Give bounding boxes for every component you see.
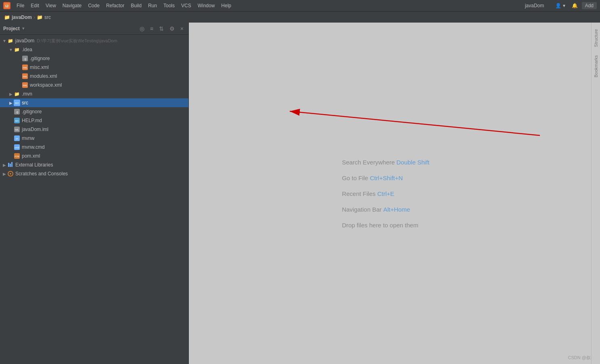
tree-item-idea-name: .idea bbox=[22, 47, 32, 52]
app-icon: IJ bbox=[3, 2, 10, 9]
arrow-extlib: ▶ bbox=[2, 163, 7, 167]
pom-icon: POM bbox=[14, 153, 20, 159]
svg-text:IML: IML bbox=[15, 129, 19, 131]
hint-label-2: Recent Files bbox=[342, 190, 375, 197]
tree-item-pomxml[interactable]: POM pom.xml bbox=[0, 152, 188, 160]
hint-search: Search Everywhere Double Shift bbox=[342, 158, 429, 165]
svg-text:POM: POM bbox=[15, 155, 19, 158]
breadcrumb-separator: › bbox=[33, 15, 35, 20]
tree-item-scratch[interactable]: ▶ Scratches and Consoles bbox=[0, 169, 188, 178]
svg-text:XML: XML bbox=[23, 67, 28, 69]
svg-text:.g: .g bbox=[24, 57, 26, 60]
panel-locate-btn[interactable]: ◎ bbox=[138, 25, 146, 33]
menu-tools[interactable]: Tools bbox=[161, 2, 178, 10]
tree-item-javadom[interactable]: ▼ 📁 javaDom D:\学习案例\vue实验\fileTesting\ja… bbox=[0, 36, 188, 45]
tree-item-modules[interactable]: XML modules.xml bbox=[0, 72, 188, 81]
hint-label-0: Search Everywhere bbox=[342, 158, 395, 165]
svg-text:.g: .g bbox=[16, 110, 18, 114]
hint-shortcut-0: Double Shift bbox=[397, 158, 430, 165]
arrow-idea: ▼ bbox=[8, 48, 14, 52]
tree-item-modules-name: modules.xml bbox=[30, 73, 57, 79]
cmd-icon: cmd bbox=[14, 144, 20, 150]
breadcrumb-src[interactable]: src bbox=[44, 15, 51, 20]
tree-item-mvn[interactable]: ▶ 📁 .mvn bbox=[0, 89, 188, 98]
panel-close-btn[interactable]: × bbox=[179, 25, 185, 33]
svg-rect-24 bbox=[8, 163, 9, 167]
tree-item-gitignore2-name: .gitignore bbox=[22, 109, 42, 114]
scratch-icon bbox=[7, 171, 14, 177]
tree-item-extlib-name: External Libraries bbox=[15, 162, 53, 168]
breadcrumb-bar: 📁 javaDom › 📁 src bbox=[0, 11, 600, 23]
hint-shortcut-1: Ctrl+Shift+N bbox=[370, 174, 403, 181]
update-btn[interactable]: 🔔 bbox=[569, 2, 580, 9]
file-tree[interactable]: ▼ 📁 javaDom D:\学习案例\vue实验\fileTesting\ja… bbox=[0, 35, 188, 364]
hint-label-4: Drop files here to open them bbox=[342, 221, 418, 228]
menu-refactor[interactable]: Refactor bbox=[103, 2, 127, 10]
panel-dropdown-arrow[interactable]: ▾ bbox=[22, 26, 25, 31]
gitignore-icon-2: .g bbox=[14, 108, 20, 115]
hint-shortcut-3: Alt+Home bbox=[383, 206, 410, 212]
tree-item-iml[interactable]: IML javaDom.iml bbox=[0, 125, 188, 134]
add-btn[interactable]: Add bbox=[582, 2, 597, 9]
menu-run[interactable]: Run bbox=[145, 2, 160, 10]
tree-item-gitignore1[interactable]: .g .gitignore bbox=[0, 54, 188, 63]
folder-icon-mvn: 📁 bbox=[14, 91, 20, 97]
tree-item-mvnwcmd[interactable]: cmd mvnw.cmd bbox=[0, 143, 188, 152]
side-tabs-right: Structure Bookmarks bbox=[591, 23, 600, 364]
tree-item-workspace[interactable]: XML workspace.xml bbox=[0, 81, 188, 89]
menu-edit[interactable]: Edit bbox=[28, 2, 42, 10]
panel-expand-btn[interactable]: ⇅ bbox=[157, 25, 165, 33]
arrow-scratch: ▶ bbox=[2, 172, 7, 176]
menu-navigate[interactable]: Navigate bbox=[60, 2, 84, 10]
tree-item-helpmd-name: HELP.md bbox=[22, 118, 42, 123]
menu-view[interactable]: View bbox=[43, 2, 59, 10]
project-panel: Project ▾ ◎ ≡ ⇅ ⚙ × ▼ 📁 javaDom D:\学习案例\… bbox=[0, 23, 189, 364]
svg-rect-26 bbox=[11, 162, 13, 167]
editor-hints: Search Everywhere Double Shift Go to Fil… bbox=[342, 158, 429, 228]
side-tab-bookmarks[interactable]: Bookmarks bbox=[592, 52, 600, 81]
gitignore-icon-1: .g bbox=[22, 55, 28, 62]
menu-build[interactable]: Build bbox=[128, 2, 144, 10]
svg-text:MD: MD bbox=[15, 120, 19, 122]
panel-title: Project bbox=[3, 26, 20, 31]
menu-bar: IJ File Edit View Navigate Code Refactor… bbox=[0, 0, 600, 11]
tree-item-extlib[interactable]: ▶ External Libraries bbox=[0, 160, 188, 169]
hint-drop: Drop files here to open them bbox=[342, 221, 418, 228]
svg-text:XML: XML bbox=[23, 75, 28, 78]
tree-item-src-name: src bbox=[22, 100, 28, 106]
arrow-src: ▶ bbox=[8, 101, 14, 105]
panel-header: Project ▾ ◎ ≡ ⇅ ⚙ × bbox=[0, 23, 188, 35]
menu-window[interactable]: Window bbox=[195, 2, 218, 10]
menu-vcs[interactable]: VCS bbox=[178, 2, 194, 10]
menu-help[interactable]: Help bbox=[218, 2, 234, 10]
tree-item-idea[interactable]: ▼ 📁 .idea bbox=[0, 45, 188, 54]
tree-item-javadom-name: javaDom bbox=[15, 38, 34, 44]
xml-icon-workspace: XML bbox=[22, 82, 28, 88]
tree-item-mvnw[interactable]: sh mvnw bbox=[0, 134, 188, 143]
tree-item-misc[interactable]: XML misc.xml bbox=[0, 63, 188, 72]
hint-label-1: Go to File bbox=[342, 174, 368, 181]
tree-item-workspace-name: workspace.xml bbox=[30, 82, 62, 88]
tree-item-pomxml-name: pom.xml bbox=[22, 153, 40, 159]
project-folder-icon: 📁 bbox=[4, 15, 10, 20]
account-btn[interactable]: 👤 ▾ bbox=[553, 2, 567, 9]
panel-align-btn[interactable]: ≡ bbox=[148, 25, 155, 33]
svg-line-30 bbox=[290, 111, 540, 135]
breadcrumb-project[interactable]: javaDom bbox=[12, 15, 32, 20]
tree-item-helpmd[interactable]: MD HELP.md bbox=[0, 116, 188, 125]
tree-item-gitignore1-name: .gitignore bbox=[30, 56, 50, 61]
svg-rect-25 bbox=[10, 164, 11, 167]
menu-file[interactable]: File bbox=[14, 2, 27, 10]
tree-item-src[interactable]: ▶ src src bbox=[0, 98, 188, 107]
tree-item-iml-name: javaDom.iml bbox=[22, 127, 48, 132]
menu-code[interactable]: Code bbox=[85, 2, 102, 10]
tree-item-gitignore2[interactable]: .g .gitignore bbox=[0, 107, 188, 116]
iml-icon: IML bbox=[14, 126, 20, 133]
svg-text:src: src bbox=[15, 102, 19, 104]
arrow-javadom: ▼ bbox=[2, 39, 7, 43]
tree-item-mvnw-name: mvnw bbox=[22, 135, 34, 141]
panel-settings-btn[interactable]: ⚙ bbox=[168, 25, 176, 33]
side-tab-structure[interactable]: Structure bbox=[592, 26, 600, 50]
hint-shortcut-2: Ctrl+E bbox=[377, 190, 394, 197]
tree-item-mvnwcmd-name: mvnw.cmd bbox=[22, 144, 45, 150]
